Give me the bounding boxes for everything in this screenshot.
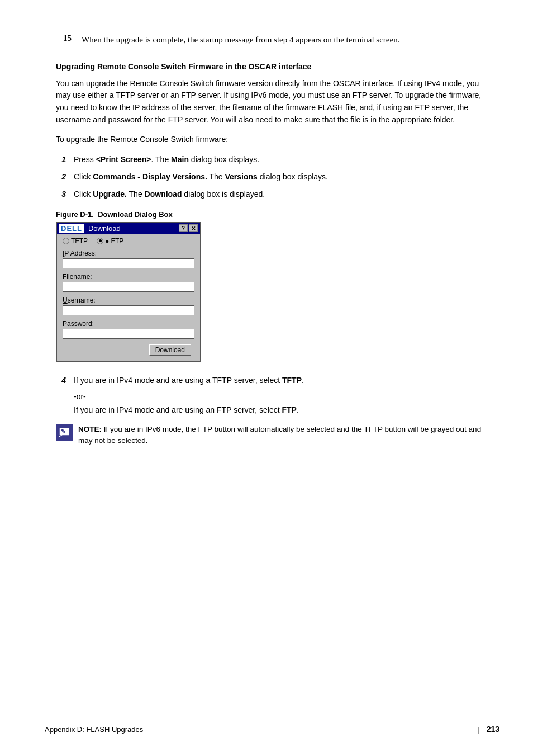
figure-label: Figure D-1. Download Dialog Box bbox=[56, 210, 488, 219]
dialog-titlebar: DELL Download ? ✕ bbox=[57, 223, 200, 234]
step-2-text: Click Commands - Display Versions. The V… bbox=[74, 171, 488, 183]
username-label: Username: bbox=[63, 296, 194, 304]
step4-section: 4 If you are in IPv4 mode and are using … bbox=[56, 375, 488, 416]
note-label: NOTE: bbox=[78, 425, 102, 433]
username-input[interactable] bbox=[63, 305, 194, 315]
step-4-number: 4 bbox=[56, 375, 66, 386]
ftp-radio[interactable] bbox=[97, 238, 103, 244]
step-15-number: 15 bbox=[56, 34, 72, 46]
dialog-title: Download bbox=[88, 224, 179, 233]
section-para2: To upgrade the Remote Console Switch fir… bbox=[56, 134, 488, 146]
section-para1: You can upgrade the Remote Console Switc… bbox=[56, 78, 488, 126]
page: 15 When the upgrade is complete, the sta… bbox=[0, 0, 533, 756]
tftp-radio-item[interactable]: TFTP bbox=[63, 237, 88, 245]
list-item: 3 Click Upgrade. The Download dialog box… bbox=[56, 188, 488, 200]
dialog-body: TFTP ● FTP IP Address: Filename: Usernam… bbox=[57, 234, 200, 361]
step-1-number: 1 bbox=[56, 154, 66, 166]
filename-label: Filename: bbox=[63, 273, 194, 281]
help-button[interactable]: ? bbox=[179, 224, 188, 232]
footer-page: 213 bbox=[487, 725, 499, 734]
footer-section: Appendix D: FLASH Upgrades bbox=[45, 725, 471, 734]
steps-list: 1 Press <Print Screen>. The Main dialog … bbox=[56, 154, 488, 200]
footer-divider: | bbox=[478, 725, 479, 734]
title-buttons: ? ✕ bbox=[179, 224, 198, 232]
radio-row: TFTP ● FTP bbox=[63, 237, 194, 245]
note-text: NOTE: If you are in IPv6 mode, the FTP b… bbox=[78, 424, 488, 447]
step-15-container: 15 When the upgrade is complete, the sta… bbox=[56, 34, 488, 46]
filename-input[interactable] bbox=[63, 282, 194, 292]
tftp-label: TFTP bbox=[71, 237, 88, 245]
ftp-radio-item[interactable]: ● FTP bbox=[97, 237, 123, 245]
note-icon: ✎ bbox=[56, 424, 73, 441]
step-1-text: Press <Print Screen>. The Main dialog bo… bbox=[74, 154, 488, 166]
step-4-item: 4 If you are in IPv4 mode and are using … bbox=[56, 375, 488, 386]
download-dialog: DELL Download ? ✕ TFTP ● FTP IP Addr bbox=[56, 222, 201, 362]
password-label: Password: bbox=[63, 320, 194, 328]
step-3-text: Click Upgrade. The Download dialog box i… bbox=[74, 188, 488, 200]
step-4-text2: If you are in IPv4 mode and are using an… bbox=[74, 404, 488, 416]
page-footer: Appendix D: FLASH Upgrades | 213 bbox=[0, 725, 533, 734]
step-3-number: 3 bbox=[56, 188, 66, 200]
section-heading: Upgrading Remote Console Switch Firmware… bbox=[56, 62, 488, 71]
ip-address-input[interactable] bbox=[63, 258, 194, 268]
ip-address-label: IP Address: bbox=[63, 249, 194, 257]
note-box: ✎ NOTE: If you are in IPv6 mode, the FTP… bbox=[56, 424, 488, 447]
list-item: 2 Click Commands - Display Versions. The… bbox=[56, 171, 488, 183]
step-15-text: When the upgrade is complete, the startu… bbox=[82, 34, 488, 46]
dell-logo: DELL bbox=[59, 224, 84, 233]
ftp-label: ● FTP bbox=[105, 237, 123, 245]
download-button[interactable]: Download bbox=[149, 344, 191, 356]
step-2-number: 2 bbox=[56, 171, 66, 183]
svg-text:✎: ✎ bbox=[61, 428, 65, 434]
step-4-text1: If you are in IPv4 mode and are using a … bbox=[74, 375, 488, 386]
list-item: 1 Press <Print Screen>. The Main dialog … bbox=[56, 154, 488, 166]
note-body: If you are in IPv6 mode, the FTP button … bbox=[78, 425, 481, 445]
password-input[interactable] bbox=[63, 329, 194, 339]
tftp-radio[interactable] bbox=[63, 238, 69, 244]
dialog-footer: Download bbox=[63, 343, 194, 356]
or-line: -or- bbox=[74, 392, 488, 401]
close-button[interactable]: ✕ bbox=[189, 224, 198, 232]
